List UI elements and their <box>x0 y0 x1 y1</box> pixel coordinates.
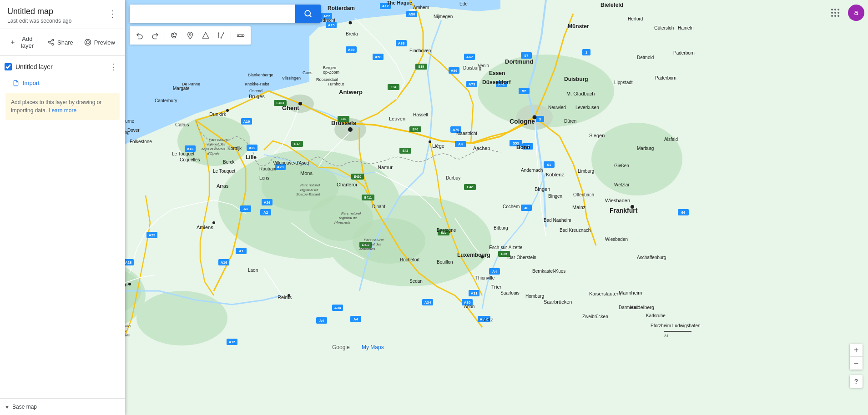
import-button[interactable]: Import <box>0 78 44 88</box>
svg-text:Thionville: Thionville <box>475 275 495 280</box>
shape-button[interactable] <box>198 28 213 43</box>
svg-text:Idar-Oberstein: Idar-Oberstein <box>507 255 536 260</box>
pan-button[interactable] <box>167 28 182 43</box>
svg-text:Kortrijk: Kortrijk <box>227 146 242 151</box>
import-label: Import <box>23 80 40 86</box>
svg-text:Aschaffenburg: Aschaffenburg <box>637 255 666 260</box>
svg-text:A86: A86 <box>451 69 458 73</box>
svg-text:régional des: régional des <box>362 242 382 246</box>
svg-text:Offenbach: Offenbach <box>573 192 594 197</box>
svg-text:48: 48 <box>525 206 529 210</box>
undo-icon <box>136 31 144 40</box>
top-right-controls: a <box>826 4 864 22</box>
svg-text:Parc naturel: Parc naturel <box>209 138 228 142</box>
svg-text:A1: A1 <box>239 249 244 253</box>
svg-text:A4: A4 <box>492 270 497 274</box>
svg-text:Margate: Margate <box>173 86 190 91</box>
svg-text:E42: E42 <box>403 149 409 152</box>
drawing-toolbar <box>130 26 251 45</box>
help-button[interactable]: ? <box>850 375 863 388</box>
svg-text:A58: A58 <box>375 55 382 59</box>
svg-text:Wetzlar: Wetzlar <box>614 182 630 187</box>
base-map-collapse-icon: ▾ <box>5 403 9 410</box>
layer-title-row: Untitled layer <box>5 63 53 70</box>
search-input[interactable] <box>130 5 295 23</box>
svg-point-297 <box>218 32 219 34</box>
svg-text:Bingen: Bingen <box>535 186 550 192</box>
base-map-label: Base map <box>12 404 37 410</box>
top-bar <box>130 5 841 23</box>
svg-point-10 <box>353 218 425 264</box>
sidebar-header: Untitled map Last edit was seconds ago ⋮ <box>0 0 125 29</box>
learn-more-link[interactable]: Learn more <box>49 107 76 114</box>
svg-rect-300 <box>237 35 244 37</box>
svg-point-298 <box>223 32 224 34</box>
svg-point-145 <box>212 221 215 224</box>
ruler-button[interactable] <box>233 28 248 43</box>
share-label: Share <box>57 39 73 46</box>
svg-text:Bad Kreuznach: Bad Kreuznach <box>560 228 590 233</box>
toolbar-separator-2 <box>231 31 231 40</box>
svg-point-307 <box>52 44 54 45</box>
svg-text:A67: A67 <box>466 55 473 59</box>
zoom-out-button[interactable]: − <box>850 357 863 370</box>
avatar[interactable]: a <box>848 5 864 21</box>
svg-text:Bingen: Bingen <box>548 194 562 199</box>
base-map-section[interactable]: ▾ Base map <box>0 398 125 415</box>
svg-point-4 <box>136 291 227 345</box>
svg-text:A15: A15 <box>229 340 236 344</box>
svg-text:Breda: Breda <box>346 31 358 36</box>
svg-text:A31: A31 <box>471 291 478 295</box>
preview-button[interactable]: Preview <box>80 36 120 49</box>
svg-text:E17: E17 <box>294 142 300 145</box>
redo-button[interactable] <box>148 28 162 43</box>
svg-text:Andernach: Andernach <box>521 168 543 173</box>
svg-point-308 <box>85 40 91 45</box>
svg-point-299 <box>221 37 222 39</box>
svg-point-139 <box>226 109 229 112</box>
svg-text:Cologne: Cologne <box>510 118 535 125</box>
svg-text:E29: E29 <box>501 252 507 255</box>
svg-text:l'Avesnois: l'Avesnois <box>334 220 351 225</box>
svg-text:Liège: Liège <box>432 143 444 149</box>
svg-point-140 <box>429 140 431 143</box>
undo-button[interactable] <box>132 28 147 43</box>
svg-text:Durbuy: Durbuy <box>446 175 460 180</box>
marker-button[interactable] <box>183 28 197 43</box>
svg-text:A22: A22 <box>249 146 256 150</box>
svg-text:Bad Nauheim: Bad Nauheim <box>544 218 571 223</box>
svg-text:Roosendaal: Roosendaal <box>316 77 338 82</box>
route-button[interactable] <box>214 28 228 43</box>
add-layer-button[interactable]: Add layer <box>5 33 41 52</box>
layer-more-dots-icon: ⋮ <box>109 62 117 72</box>
svg-text:Lens: Lens <box>259 175 269 180</box>
svg-text:Mons: Mons <box>300 170 313 176</box>
layer-more-options-button[interactable]: ⋮ <box>107 60 120 73</box>
share-button[interactable]: Share <box>43 36 78 49</box>
svg-text:Venlo: Venlo <box>478 63 489 68</box>
svg-point-135 <box>348 127 353 132</box>
pan-icon <box>171 31 179 40</box>
svg-text:Höxter: Höxter <box>678 0 691 1</box>
svg-text:Pforzheim Ludwigshafen: Pforzheim Ludwigshafen <box>651 323 701 328</box>
svg-text:A23: A23 <box>277 165 284 169</box>
svg-text:A4: A4 <box>353 317 358 321</box>
svg-text:A86: A86 <box>398 41 405 45</box>
svg-text:Rochefort: Rochefort <box>400 257 420 262</box>
zoom-in-button[interactable]: + <box>850 344 863 356</box>
svg-text:De Panne: De Panne <box>182 82 200 86</box>
svg-text:A34: A34 <box>424 300 431 305</box>
svg-text:Folkestone: Folkestone <box>130 139 152 144</box>
layer-visibility-checkbox[interactable] <box>5 63 12 70</box>
add-layer-icon <box>10 39 15 46</box>
route-icon <box>217 31 225 40</box>
svg-text:A73: A73 <box>469 82 475 86</box>
svg-text:Mainz: Mainz <box>572 205 586 210</box>
map-more-options-button[interactable]: ⋮ <box>105 6 120 21</box>
svg-text:Hasselt: Hasselt <box>413 112 429 117</box>
svg-text:A4: A4 <box>319 319 324 323</box>
search-button[interactable] <box>295 5 321 23</box>
svg-text:Münster: Münster <box>568 23 589 30</box>
svg-text:Frankfurt: Frankfurt <box>610 207 638 214</box>
apps-button[interactable] <box>826 4 844 22</box>
